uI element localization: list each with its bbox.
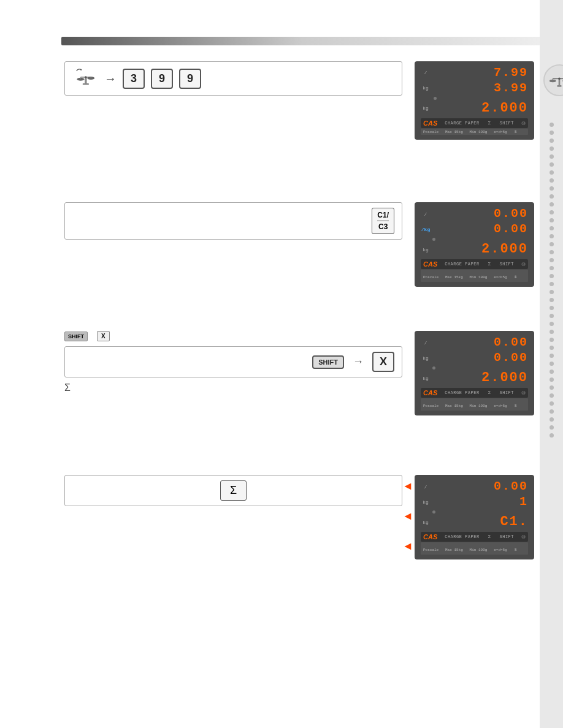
sidebar-dot [550,298,554,302]
value-1: 7.99 [432,66,528,80]
display2-row3: kg 2.000 [421,242,528,257]
arrow-left-1: ◄ [402,480,413,493]
balance-scale-icon [72,67,98,90]
sidebar-dot [550,401,554,406]
section1-right: / 7.99 kg 3.99 kg 2.000 CAS CHARGE PAPER [415,61,537,140]
scale-display-1: / 7.99 kg 3.99 kg 2.000 CAS CHARGE PAPER [415,61,534,140]
value2-3: 2.000 [432,242,528,257]
display-spec-bar-3: Poscale Max 15kg Min 100g e=d=5g ① [421,398,528,411]
cas-logo-1: CAS [423,119,437,127]
status-dot-2 [432,238,435,241]
c1-label: C1/ [377,211,389,221]
sidebar-dot [550,226,554,230]
display-spec-bar-4: Poscale Max 15kg Min 100g e=d=5g ① [421,542,528,555]
value3-3: 2.000 [432,371,528,385]
label-slash: / [421,70,431,76]
display-row2: kg 3.99 [421,82,528,95]
sidebar-dot [550,346,554,350]
sidebar-dot [550,377,554,382]
section3-right: / 0.00 kg 0.00 kg 2.000 CAS CHARGE PAPER… [415,331,537,415]
status-dot-3 [432,366,435,370]
sidebar-dot [550,170,554,175]
sidebar-dot [550,146,554,151]
sidebar-dot [550,194,554,199]
sidebar-dot [550,417,554,422]
sidebar-dot [550,306,554,310]
svg-point-3 [85,76,86,78]
section4-right: ◄ ◄ ◄ / 0.00 kg 1 kg C1. CAS [415,475,537,559]
footer-icons-3: ⑩ [521,390,526,396]
value-2: 3.99 [432,82,528,95]
footer-text-3: CHARGE PAPER Σ SHIFT [445,390,514,395]
footer-text-2: CHARGE PAPER Σ SHIFT [445,262,514,267]
value3-2: 0.00 [432,351,528,365]
scale-display-3: / 0.00 kg 0.00 kg 2.000 CAS CHARGE PAPER… [415,331,534,415]
value4-1: 0.00 [432,480,528,493]
display3-row2: kg 0.00 [421,351,528,365]
footer-icons-1: ⑩ [521,121,526,126]
label2-slash: / [421,211,431,217]
arrow-right-icon: → [104,72,117,86]
x-key: X [372,352,394,372]
label4-kg-2: kg [421,499,431,505]
sidebar-dot [550,186,554,191]
section4-left: Σ [64,475,415,511]
sidebar-dot [550,123,554,127]
display4-row1: / 0.00 [421,480,528,493]
label-kg-3: kg [421,106,431,112]
sidebar-dot [550,425,554,430]
sidebar-dot [550,385,554,390]
top-decorative-bar [61,37,545,45]
spec-text-3: Poscale Max 15kg Min 100g e=d=5g ① [423,404,517,408]
sidebar-dot [550,138,554,143]
footer-text-4: CHARGE PAPER Σ SHIFT [445,534,514,539]
sidebar-dot [550,178,554,183]
sidebar-dot [550,202,554,207]
label3-kg-3: kg [421,376,431,381]
display4-row2: kg 1 [421,495,528,509]
sidebar-dot [550,242,554,246]
c3-label: C3 [377,221,389,231]
value4-2: 1 [432,495,528,509]
display-footer-4: CAS CHARGE PAPER Σ SHIFT ⑩ [421,532,528,542]
display3-row1: / 0.00 [421,336,528,349]
value-3: 2.000 [432,101,528,116]
label-kg-2: kg [421,86,431,91]
section1: → 3 9 9 / 7.99 [64,61,537,140]
sidebar-dot [550,154,554,159]
scale-display-2: / 0.00 /kg 0.00 kg 2.000 CAS CHARGE PAPE… [415,202,534,287]
sigma-instruction-box: Σ [64,475,402,506]
shift-x-instruction-box: SHIFT → X [64,346,402,377]
section3: SHIFT X SHIFT → X Σ / 0.00 kg 0.00 [64,331,537,415]
key-9b: 9 [179,69,201,89]
balance-scale-circle-svg [548,70,563,91]
sidebar-dot [550,290,554,294]
cas-logo-3: CAS [423,389,437,396]
value4-3: C1. [432,515,528,529]
indicator-row [421,97,528,100]
key-9a: 9 [151,69,173,89]
display2-row1: / 0.00 [421,207,528,221]
footer-text-1: CHARGE PAPER Σ SHIFT [445,121,514,126]
c1c3-instruction-box: C1/ C3 [64,202,402,240]
indicator3-row [421,366,528,370]
arrow-left-3: ◄ [402,540,413,553]
svg-rect-8 [557,85,561,87]
cas-logo-4: CAS [423,533,437,540]
footer-icons-4: ⑩ [521,534,526,540]
sidebar-dot [550,433,554,438]
svg-point-11 [558,78,561,80]
c1c3-key: C1/ C3 [372,208,394,234]
sidebar-dot [550,131,554,135]
sigma-label: Σ [64,382,402,393]
arrow-left-2: ◄ [402,510,413,523]
scale-display-4: / 0.00 kg 1 kg C1. CAS CHARGE PAPER Σ SH… [415,475,534,559]
status-dot-4 [432,510,435,514]
shift-key: SHIFT [312,355,344,369]
value2-2: 0.00 [432,222,528,236]
indicator4-row [421,510,528,514]
sidebar-dot [550,409,554,414]
label3-slash: / [421,340,431,346]
display-footer-2: CAS CHARGE PAPER Σ SHIFT ⑩ [421,259,528,269]
label4-slash: / [421,484,431,490]
